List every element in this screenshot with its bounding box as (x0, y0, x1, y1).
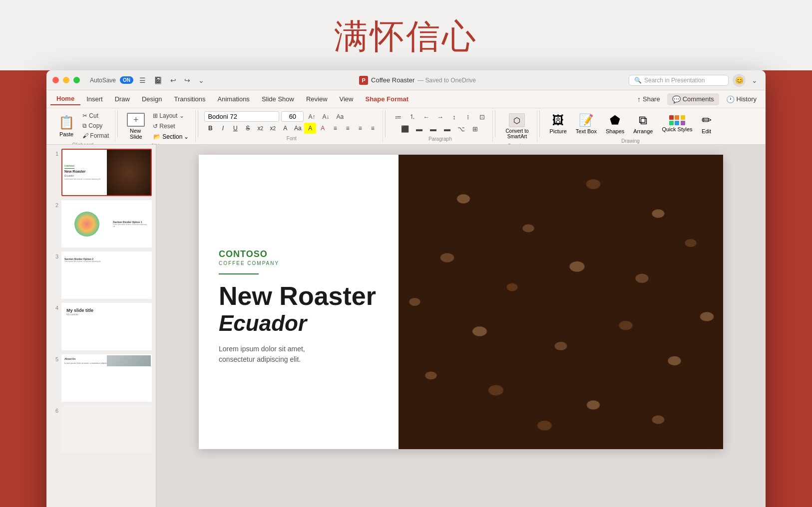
slide-item-1[interactable]: 1 CONTOSO New Roaster Ecuador Lorem ipsu… (50, 149, 152, 196)
slide-brand-sub: COFFEE COMPANY (219, 260, 379, 266)
arrange-button[interactable]: ⧉ Arrange (629, 111, 657, 136)
underline-button[interactable]: U (229, 123, 241, 134)
format-painter-button[interactable]: 🖌 Format (80, 131, 111, 140)
tab-view[interactable]: View (334, 93, 360, 105)
close-button[interactable] (52, 77, 59, 83)
arrange-icon: ⧉ (639, 113, 647, 127)
numbered-list-btn[interactable]: ⒈ (406, 111, 418, 122)
font-color-btn[interactable]: A (279, 123, 291, 134)
text-align-btn[interactable]: ⌥ (454, 123, 467, 134)
font-size-input[interactable] (281, 111, 304, 122)
layout-button[interactable]: ⊞ Layout ⌄ (151, 111, 191, 120)
align-center-text-btn[interactable]: ▬ (412, 123, 425, 134)
convert-smartart-button[interactable]: ⬡ Convert toSmartArt (501, 111, 532, 141)
notebook-icon[interactable]: 📓 (152, 75, 164, 85)
justify-btn[interactable]: ≡ (367, 123, 379, 134)
autosave-toggle[interactable]: ON (120, 76, 133, 84)
reset-button[interactable]: ↺ Reset (151, 122, 191, 131)
slide2-left (62, 201, 111, 247)
tab-shapeformat[interactable]: Shape Format (360, 93, 415, 105)
history-button[interactable]: 🕐 History (721, 93, 762, 105)
slide-item-6[interactable]: 6 (50, 406, 152, 453)
slide-item-4[interactable]: 4 My slide title My subtitle (50, 303, 152, 350)
tab-transitions[interactable]: Transitions (168, 93, 211, 105)
font-color-picker-btn[interactable]: A (317, 123, 329, 134)
tab-home[interactable]: Home (50, 93, 80, 105)
share-button[interactable]: ↑ Share (632, 93, 665, 105)
slide-item-3[interactable]: 3 Section Divider Option 2 Lorem ipsum d… (50, 252, 152, 299)
minimize-button[interactable] (63, 77, 69, 83)
bold-button[interactable]: B (204, 123, 216, 134)
copy-button[interactable]: ⧉ Copy (80, 121, 111, 130)
font-increase-btn[interactable]: A↑ (306, 112, 318, 121)
insert-content: 🖼 Picture 📝 Text Box ⬟ Shapes ⧉ (546, 111, 716, 136)
align-center-btn[interactable]: ≡ (342, 123, 354, 134)
clipboard-group: 📋 Paste ✂ Cut ⧉ Copy 🖌 Format Clipboard (50, 110, 115, 142)
textbox-button[interactable]: 📝 Text Box (572, 111, 601, 136)
slide-thumb-6[interactable] (61, 406, 152, 453)
line-spacing-btn[interactable]: ↕ (447, 111, 460, 122)
chevron-icon[interactable]: ⌄ (750, 75, 760, 85)
tab-review[interactable]: Review (300, 93, 334, 105)
align-right-btn[interactable]: ≡ (354, 123, 366, 134)
justify-text-btn[interactable]: ▬ (440, 123, 453, 134)
font-clear-btn[interactable]: Aa (334, 112, 346, 121)
picture-button[interactable]: 🖼 Picture (546, 111, 571, 136)
slide-panel[interactable]: 1 CONTOSO New Roaster Ecuador Lorem ipsu… (46, 145, 156, 507)
slide-thumb-5[interactable]: About Us Lorem ipsum dolor sit amet, con… (61, 354, 152, 402)
comments-button[interactable]: 💬 Comments (667, 93, 719, 105)
slide-canvas[interactable]: CONTOSO COFFEE COMPANY New Roaster Ecuad… (199, 155, 723, 449)
user-avatar[interactable]: 😊 (733, 74, 746, 87)
increase-indent-btn[interactable]: → (433, 111, 446, 122)
sidebar-icon[interactable]: ☰ (137, 75, 148, 85)
slide-thumb-3[interactable]: Section Divider Option 2 Lorem ipsum dol… (61, 252, 152, 299)
strikethrough-button[interactable]: S (242, 123, 254, 134)
align-right-text-btn[interactable]: ▬ (426, 123, 439, 134)
slide-item-5[interactable]: 5 About Us Lorem ipsum dolor sit amet, c… (50, 354, 152, 402)
tab-animations[interactable]: Animations (212, 93, 256, 105)
columns-btn[interactable]: ⫶ (461, 111, 474, 122)
paste-button[interactable]: 📋 Paste (54, 113, 78, 139)
search-box[interactable]: 🔍 Search in Presentation (629, 75, 729, 86)
maximize-button[interactable] (73, 77, 80, 83)
text-direction-btn[interactable]: ⊡ (475, 111, 488, 122)
tab-draw[interactable]: Draw (109, 93, 136, 105)
cut-button[interactable]: ✂ Cut (80, 111, 111, 120)
section-button[interactable]: 📂 Section ⌄ (151, 132, 191, 141)
quickstyles-button[interactable]: Quick Styles (658, 113, 696, 134)
section-icon: 📂 (153, 133, 161, 140)
superscript-button[interactable]: x2 (267, 123, 279, 134)
slide-thumb-2[interactable]: Section Divider Option 1 Lorem ipsum dol… (61, 200, 152, 248)
clipboard-content: 📋 Paste ✂ Cut ⧉ Copy 🖌 Format (54, 111, 111, 140)
shapes-button[interactable]: ⬟ Shapes (602, 111, 628, 136)
tab-insert[interactable]: Insert (80, 93, 109, 105)
document-name: Coffee Roaster (371, 76, 414, 84)
align-left-text-btn[interactable]: ⬛ (399, 123, 411, 134)
quick-access-icon[interactable]: ⌄ (196, 75, 206, 85)
font-name-input[interactable] (204, 111, 279, 122)
text-case-btn[interactable]: Aa (292, 123, 304, 134)
arrange-label: Arrange (633, 128, 653, 134)
slide-divider (219, 273, 259, 274)
undo-icon[interactable]: ↩ (168, 75, 178, 85)
subscript-button[interactable]: x2 (254, 123, 266, 134)
highlight-btn[interactable]: A (304, 123, 316, 134)
editing-button[interactable]: ✏ Edit (698, 111, 716, 136)
new-slide-button[interactable]: + NewSlide (124, 112, 148, 141)
tab-slideshow[interactable]: Slide Show (256, 93, 300, 105)
textbox-label: Text Box (576, 128, 597, 134)
tab-design[interactable]: Design (136, 93, 168, 105)
slide-thumb-1[interactable]: CONTOSO New Roaster Ecuador Lorem ipsum … (61, 149, 152, 196)
redo-icon[interactable]: ↪ (182, 75, 192, 85)
slide-thumb-4[interactable]: My slide title My subtitle (61, 303, 152, 350)
font-decrease-btn[interactable]: A↓ (320, 112, 332, 121)
quickstyles-label: Quick Styles (662, 126, 692, 132)
align-left-btn[interactable]: ≡ (329, 123, 341, 134)
decrease-indent-btn[interactable]: ← (419, 111, 432, 122)
bullets-btn[interactable]: ≔ (392, 111, 405, 122)
slide1-title: New Roaster (64, 170, 105, 174)
smartart-spacing-btn[interactable]: ⊞ (468, 123, 481, 134)
paragraph-label: Paragraph (428, 134, 452, 142)
slide-item-2[interactable]: 2 Section Divider Option 1 Lorem ipsum d… (50, 200, 152, 248)
italic-button[interactable]: I (217, 123, 229, 134)
